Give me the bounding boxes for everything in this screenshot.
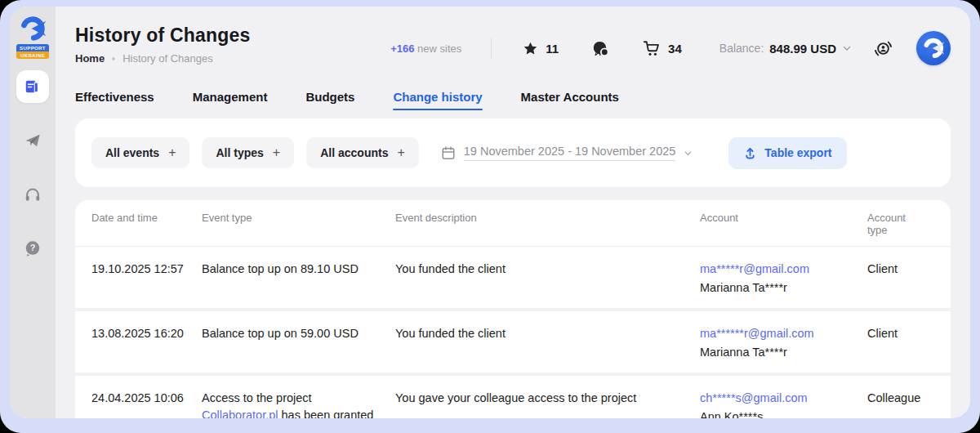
avatar-logo-icon (921, 36, 946, 60)
svg-text:?: ? (30, 243, 36, 252)
table-row: 13.08.2025 16:20 Balance top up on 59.00… (75, 308, 951, 373)
badge-support-label: SUPPORT (16, 44, 49, 51)
plus-icon: + (397, 146, 404, 159)
switch-account-icon (873, 38, 893, 59)
filter-all-accounts-label: All accounts (320, 146, 388, 159)
breadcrumb-separator (112, 57, 115, 60)
account-name: Marianna Ta****r (700, 279, 856, 297)
balance-value: 848.99 USD (769, 42, 836, 56)
chat-icon (591, 39, 610, 58)
title-block: History of Changes Home History of Chang… (75, 25, 250, 65)
cell-event-type: Access to the project Collaborator.pl ha… (202, 390, 395, 418)
favorites-counter[interactable]: 11 (523, 41, 559, 56)
cell-description: You gave your colleague access to the pr… (395, 390, 700, 418)
stats-divider (491, 38, 492, 59)
column-header-event-type: Event type (202, 212, 395, 236)
cart-icon (643, 39, 661, 57)
history-table: Date and time Event type Event descripti… (75, 200, 951, 418)
sidebar-item-telegram[interactable] (16, 124, 49, 157)
cell-account: ma******r@gmail.com Marianna Ta****r (700, 325, 867, 361)
chevron-down-icon (684, 149, 693, 158)
breadcrumb-home-link[interactable]: Home (75, 52, 105, 65)
breadcrumb-current: History of Changes (122, 52, 213, 65)
account-name: Marianna Ta****r (700, 344, 856, 361)
breadcrumb: Home History of Changes (75, 52, 250, 65)
cart-count: 34 (668, 42, 682, 56)
user-avatar[interactable] (916, 31, 951, 65)
cell-description: You funded the client (395, 261, 700, 297)
column-header-date: Date and time (91, 212, 202, 236)
account-email-link[interactable]: ma******r@gmail.com (700, 327, 814, 340)
cart-counter[interactable]: 34 (643, 39, 682, 57)
cell-account: ma*****r@gmail.com Marianna Ta****r (700, 261, 867, 297)
event-type-text: Access to the project (202, 391, 312, 404)
tab-budgets[interactable]: Budgets (305, 90, 354, 114)
messages-button[interactable] (591, 39, 610, 58)
sidebar: SUPPORT UKRAINE (10, 7, 56, 418)
header-stats: +166 new sites 11 (390, 31, 951, 65)
table-export-label: Table export (764, 146, 831, 159)
cell-datetime: 13.08.2025 16:20 (91, 325, 202, 361)
tab-bar: Effectiveness Management Budgets Change … (75, 90, 951, 114)
sidebar-item-help[interactable]: ? (16, 232, 49, 265)
cell-account-type: Colleague (867, 390, 934, 418)
date-range-value: 19 November 2025 - 19 November 2025 (464, 145, 676, 161)
table-row: 24.04.2025 10:06 Access to the project C… (75, 373, 951, 418)
column-header-description: Event description (395, 212, 700, 236)
table-header-row: Date and time Event type Event descripti… (75, 200, 951, 247)
cell-description: You funded the client (395, 325, 700, 361)
tab-master-accounts[interactable]: Master Accounts (521, 90, 619, 114)
filter-all-events[interactable]: All events + (91, 137, 189, 168)
project-link[interactable]: Collaborator.pl (202, 408, 278, 418)
page-title: History of Changes (75, 25, 250, 47)
main-content: History of Changes Home History of Chang… (56, 7, 970, 418)
favorites-count: 11 (546, 42, 559, 56)
cell-event-type: Balance top up on 89.10 USD (202, 261, 395, 297)
new-sites-label: new sites (417, 42, 461, 55)
tab-effectiveness[interactable]: Effectiveness (75, 90, 154, 114)
column-header-account-type: Account type (867, 212, 934, 236)
collaborator-logo-icon (19, 15, 47, 42)
filter-all-types[interactable]: All types + (202, 137, 294, 168)
cell-account-type: Client (867, 261, 934, 297)
news-icon (24, 78, 42, 96)
new-sites-link[interactable]: +166 new sites (390, 42, 461, 55)
page-background: SUPPORT UKRAINE (0, 0, 980, 433)
tab-management[interactable]: Management (193, 90, 268, 114)
switch-account-button[interactable] (873, 38, 893, 59)
balance-label: Balance: (719, 42, 764, 55)
chevron-down-icon (842, 43, 852, 53)
filters-card: All events + All types + All accounts + (75, 118, 951, 187)
balance-dropdown[interactable]: Balance: 848.99 USD (719, 42, 852, 56)
app-window: SUPPORT UKRAINE (10, 7, 970, 418)
top-bar: History of Changes Home History of Chang… (75, 7, 951, 65)
tab-change-history[interactable]: Change history (393, 90, 482, 114)
cell-datetime: 24.04.2025 10:06 (91, 390, 202, 418)
support-ukraine-badge: SUPPORT UKRAINE (16, 44, 49, 59)
account-email-link[interactable]: ma*****r@gmail.com (700, 262, 809, 275)
event-type-suffix: has been granted (278, 408, 374, 418)
cell-event-type: Balance top up on 59.00 USD (202, 325, 395, 361)
account-email-link[interactable]: ch*****s@gmail.com (700, 391, 808, 404)
filter-all-events-label: All events (105, 146, 159, 159)
sidebar-item-support[interactable] (16, 178, 49, 211)
sidebar-item-news[interactable] (16, 70, 49, 103)
badge-ukraine-label: UKRAINE (16, 51, 49, 59)
cell-account-type: Client (867, 325, 934, 361)
cell-datetime: 19.10.2025 12:57 (91, 261, 202, 297)
star-icon (523, 41, 538, 56)
headphones-icon (24, 185, 42, 203)
filter-all-types-label: All types (216, 146, 263, 159)
export-icon (743, 146, 757, 160)
paper-plane-icon (24, 132, 42, 150)
plus-icon: + (273, 146, 280, 159)
account-name: Ann Ko****s (700, 408, 856, 418)
date-range-picker[interactable]: 19 November 2025 - 19 November 2025 (441, 145, 693, 161)
filter-all-accounts[interactable]: All accounts + (306, 137, 419, 168)
question-bubble-icon: ? (24, 239, 42, 257)
app-logo[interactable]: SUPPORT UKRAINE (16, 15, 49, 59)
table-export-button[interactable]: Table export (728, 137, 846, 169)
table-row: 19.10.2025 12:57 Balance top up on 89.10… (75, 247, 951, 308)
plus-icon: + (168, 146, 176, 159)
cell-account: ch*****s@gmail.com Ann Ko****s (700, 390, 867, 418)
